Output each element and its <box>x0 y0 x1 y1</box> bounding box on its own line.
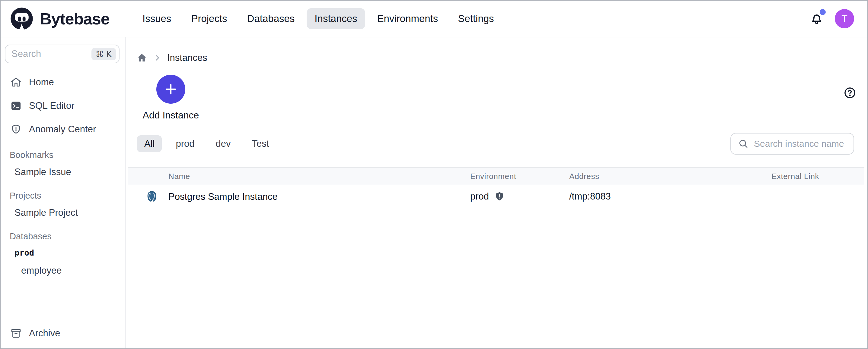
sidebar-item-sql-editor[interactable]: SQL Editor <box>1 94 125 117</box>
instance-search-input[interactable] <box>754 139 846 149</box>
user-avatar[interactable]: T <box>835 9 854 28</box>
breadcrumb-home-icon[interactable] <box>136 53 147 63</box>
tab-prod[interactable]: prod <box>168 135 202 152</box>
instance-name: Postgres Sample Instance <box>168 191 278 202</box>
tab-test[interactable]: Test <box>245 135 276 152</box>
sidebar-section-databases: Databases <box>1 222 125 244</box>
instance-search <box>731 133 854 154</box>
sidebar-item-archive[interactable]: Archive <box>1 319 125 347</box>
table-header-row: Name Environment Address External Link <box>128 168 864 185</box>
column-header-name: Name <box>128 168 470 185</box>
sidebar-item-employee-db[interactable]: employee <box>1 261 125 280</box>
sidebar-section-projects: Projects <box>1 182 125 204</box>
sidebar-section-bookmarks: Bookmarks <box>1 141 125 163</box>
navbar-right: T <box>809 9 854 28</box>
main-content: Instances Add Instance <box>126 37 867 348</box>
archive-icon <box>10 327 22 339</box>
nav-item-issues[interactable]: Issues <box>134 8 179 29</box>
sidebar-item-label: Anomaly Center <box>29 124 96 135</box>
help-button[interactable] <box>843 86 857 100</box>
instance-address-cell: /tmp:8083 <box>569 185 771 208</box>
brand-name: Bytebase <box>40 9 110 28</box>
instances-table: Name Environment Address External Link <box>128 167 864 208</box>
avatar-initial: T <box>841 13 847 25</box>
sidebar-item-prod-db[interactable]: prod <box>1 244 125 261</box>
breadcrumb-current: Instances <box>167 53 207 63</box>
shield-alert-icon <box>10 124 22 135</box>
search-icon <box>738 139 748 149</box>
postgresql-icon <box>146 190 158 203</box>
nav-item-projects[interactable]: Projects <box>183 8 235 29</box>
sidebar-item-home[interactable]: Home <box>1 71 125 94</box>
sidebar-item-sample-issue[interactable]: Sample Issue <box>1 163 125 182</box>
protected-shield-icon <box>494 191 505 202</box>
instance-name-cell: Postgres Sample Instance <box>128 185 470 208</box>
sidebar-item-label: Archive <box>29 328 60 339</box>
notification-dot <box>820 9 826 15</box>
sidebar-search: ⌘ K <box>5 45 120 63</box>
nav-item-instances[interactable]: Instances <box>307 8 365 29</box>
environment-name: prod <box>470 191 489 202</box>
add-instance-button[interactable]: Add Instance <box>142 75 200 121</box>
bytebase-logo[interactable]: Bytebase <box>9 6 127 31</box>
column-header-environment: Environment <box>470 168 569 185</box>
sidebar-item-label: Home <box>29 77 54 88</box>
home-icon <box>10 76 22 88</box>
tab-all[interactable]: All <box>137 135 162 152</box>
sidebar-item-sample-project[interactable]: Sample Project <box>1 204 125 222</box>
chevron-right-icon <box>153 54 161 62</box>
top-navbar: Bytebase Issues Projects Databases Insta… <box>1 1 867 37</box>
nav-item-databases[interactable]: Databases <box>239 8 303 29</box>
sidebar-item-label: SQL Editor <box>29 100 74 111</box>
column-header-address: Address <box>569 168 771 185</box>
bytebase-logo-icon <box>9 6 34 31</box>
instance-row-postgres-sample[interactable]: Postgres Sample Instance prod <box>128 185 864 208</box>
app-body: ⌘ K Home <box>1 37 867 348</box>
bytebase-app-window: Bytebase Issues Projects Databases Insta… <box>0 0 868 349</box>
sidebar-search-input[interactable] <box>11 48 91 59</box>
nav-item-settings[interactable]: Settings <box>450 8 502 29</box>
instance-environment-cell: prod <box>470 185 569 208</box>
environment-tabs: All prod dev Test <box>137 135 276 152</box>
instance-external-link-cell <box>771 185 864 208</box>
add-instance-circle <box>156 75 185 104</box>
column-header-external-link: External Link <box>771 168 864 185</box>
main-nav: Issues Projects Databases Instances Envi… <box>134 8 502 29</box>
sidebar: ⌘ K Home <box>1 37 126 348</box>
notification-bell-button[interactable] <box>809 11 824 26</box>
search-shortcut-badge: ⌘ K <box>91 48 116 60</box>
plus-icon <box>163 81 179 97</box>
add-instance-label: Add Instance <box>143 110 199 121</box>
sidebar-item-anomaly-center[interactable]: Anomaly Center <box>1 117 125 141</box>
terminal-icon <box>10 100 22 111</box>
nav-item-environments[interactable]: Environments <box>369 8 446 29</box>
breadcrumb: Instances <box>126 37 867 63</box>
sidebar-spacer <box>1 280 125 319</box>
tab-dev[interactable]: dev <box>209 135 238 152</box>
filter-row: All prod dev Test <box>137 133 854 154</box>
